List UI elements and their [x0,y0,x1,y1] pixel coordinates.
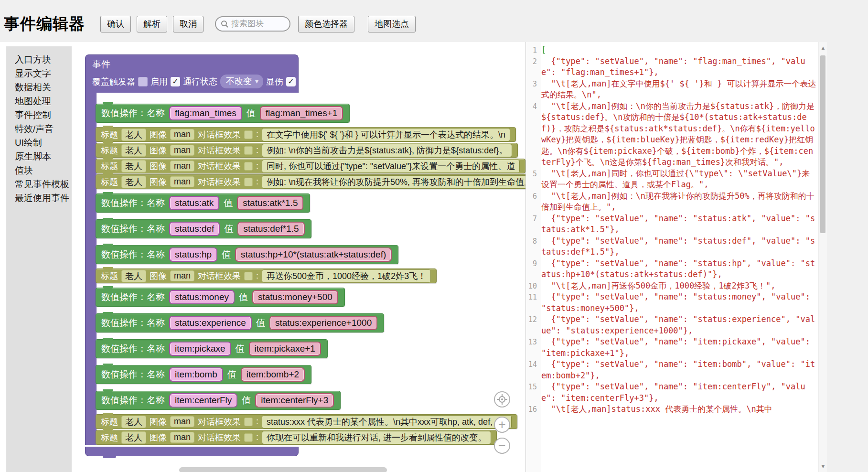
code-line[interactable]: 5 "\t[老人,man]同时，你也可以通过{\"type\": \"setVa… [526,168,818,191]
search-box[interactable] [215,16,290,32]
dialog-effect-checkbox[interactable] [244,272,253,280]
zoom-out-button[interactable]: − [494,438,510,454]
setvalue-block[interactable]: 数值操作：名称status:hp值status:hp+10*(status:at… [96,245,398,264]
text-field[interactable]: 例如: \n你的当前攻击力是${status:atk}, 防御力是${statu… [262,144,512,157]
override-trigger-checkbox[interactable] [138,77,148,86]
value-field[interactable]: status:hp+10*(status:atk+status:def) [235,247,392,262]
scrollbar-thumb[interactable] [820,55,825,233]
speaker-field[interactable]: 老人 [121,144,146,157]
name-field[interactable]: item:centerFly [169,393,237,408]
code-line[interactable]: 13 {"type": "setValue", "name": "item:pi… [526,336,818,359]
image-field[interactable]: man [170,432,194,443]
zoom-in-button[interactable]: + [494,417,510,433]
toolbox-category[interactable]: 事件控制 [15,108,72,122]
name-field[interactable]: status:atk [169,196,219,210]
blockly-workspace[interactable]: 入口方块显示文字数据相关地图处理事件控制特效/声音UI绘制原生脚本值块常见事件模… [0,42,525,472]
image-field[interactable]: man [170,145,194,156]
setvalue-block[interactable]: 数值操作：名称flag:man_times值flag:man_times+1 [96,104,350,123]
color-picker-button[interactable]: 颜色选择器 [298,16,354,32]
dialog-effect-checkbox[interactable] [244,130,253,139]
name-field[interactable]: flag:man_times [169,106,242,120]
toolbox-category[interactable]: 特效/声音 [15,122,72,136]
image-field[interactable]: man [170,416,194,427]
toolbox-category[interactable]: 显示文字 [15,66,72,80]
code-line[interactable]: 14 {"type": "setValue", "name": "item:bo… [526,359,818,381]
code-line[interactable]: 11 {"type": "setValue", "name": "status:… [526,291,818,314]
text-field[interactable]: 在文字中使用${' ${ '}和 } 可以计算并显示一个表达式的结果。\n [262,128,510,141]
map-pick-button[interactable]: 地图选点 [368,16,416,32]
value-field[interactable]: item:centerFly+3 [255,393,334,408]
cancel-button[interactable]: 取消 [173,16,204,32]
toolbox-category[interactable]: 地图处理 [15,94,72,108]
speaker-field[interactable]: 老人 [121,416,146,428]
text-block[interactable]: 标题老人图像man对话框效果:再送你500金币，1000经验，1破2炸3飞！ [96,268,437,283]
name-field[interactable]: status:def [169,222,220,236]
toolbox-category[interactable]: 入口方块 [15,53,72,66]
value-field[interactable]: status:experience+1000 [269,316,377,330]
code-line[interactable]: 16 "\t[老人,man]status:xxx 代表勇士的某个属性。\n其中 [526,404,818,415]
speaker-field[interactable]: 老人 [121,129,146,141]
value-field[interactable]: item:pickaxe+1 [249,342,321,356]
code-line[interactable]: 3 "\t[老人,man]在文字中使用${' ${ '}和 } 可以计算并显示一… [526,78,818,101]
dialog-effect-checkbox[interactable] [244,162,253,171]
speaker-field[interactable]: 老人 [121,270,146,282]
dialog-effect-checkbox[interactable] [244,418,253,426]
speaker-field[interactable]: 老人 [121,160,146,172]
parse-button[interactable]: 解析 [137,16,167,32]
text-block[interactable]: 标题老人图像man对话框效果:同时, 你也可以通过{"type": "setVa… [96,159,525,173]
name-field[interactable]: item:pickaxe [169,342,231,356]
name-field[interactable]: status:hp [169,247,217,262]
code-line[interactable]: 10 "\t[老人,man]再送你500金币，1000经验，1破2炸3飞！", [526,280,818,292]
workspace-horizontal-scrollbar[interactable] [179,467,387,472]
text-block[interactable]: 标题老人图像man对话框效果:例如: \n你的当前攻击力是${status:at… [96,143,518,158]
code-line[interactable]: 12 {"type": "setValue", "name": "status:… [526,314,818,336]
toolbox-category[interactable]: UI绘制 [15,136,72,150]
damage-checkbox[interactable] [286,77,296,86]
text-field[interactable]: 例如: \n现在我将让你的攻防提升50%, 再将攻防和的十倍加到生命值上。 [262,175,525,189]
scroll-up-arrow-icon[interactable]: ▲ [819,43,827,53]
event-block-header[interactable]: 事件 覆盖触发器 启用 通行状态 不改变 显伤 [85,54,299,93]
image-field[interactable]: man [170,270,194,281]
code-line[interactable]: 15 {"type": "setValue", "name": "item:ce… [526,381,818,404]
scroll-down-arrow-icon[interactable]: ▼ [819,461,827,471]
toolbox-category[interactable]: 数据相关 [15,80,72,94]
toolbox-category[interactable]: 值块 [15,163,72,177]
value-field[interactable]: status:money+500 [252,290,338,304]
setvalue-block[interactable]: 数值操作：名称item:pickaxe值item:pickaxe+1 [96,339,328,358]
setvalue-block[interactable]: 数值操作：名称status:def值status:def*1.5 [96,219,311,238]
dialog-effect-checkbox[interactable] [244,433,253,442]
text-field[interactable]: 再送你500金币，1000经验，1破2炸3飞！ [262,269,431,283]
code-line[interactable]: 9 {"type": "setValue", "name": "status:h… [526,258,818,280]
dialog-effect-checkbox[interactable] [244,146,253,155]
code-editor[interactable]: 1[2 {"type": "setValue", "name": "flag:m… [525,42,827,472]
text-block[interactable]: 标题老人图像man对话框效果:status:xxx 代表勇士的某个属性。\n其中… [96,414,517,429]
setvalue-block[interactable]: 数值操作：名称item:bomb值item:bomb+2 [96,365,311,384]
value-field[interactable]: status:def*1.5 [237,222,304,236]
text-block[interactable]: 标题老人图像man对话框效果:你现在可以重新和我进行对话, 进一步看到属性值的改… [96,430,497,445]
code-line[interactable]: 2 {"type": "setValue", "name": "flag:man… [526,56,818,78]
code-line[interactable]: 6 "\t[老人,man]例如：\n现在我将让你的攻防提升50%，再将攻防和的十… [526,191,818,213]
image-field[interactable]: man [170,129,194,140]
code-line[interactable]: 7 {"type": "setValue", "name": "status:a… [526,213,818,236]
value-field[interactable]: status:atk*1.5 [237,196,303,210]
image-field[interactable]: man [170,161,194,172]
recenter-button[interactable] [494,391,510,408]
text-field[interactable]: 你现在可以重新和我进行对话, 进一步看到属性值的改变。 [262,431,491,444]
name-field[interactable]: status:money [169,290,235,304]
image-field[interactable]: man [170,176,194,187]
text-block[interactable]: 标题老人图像man对话框效果:例如: \n现在我将让你的攻防提升50%, 再将攻… [96,174,525,189]
value-field[interactable]: flag:man_times+1 [260,106,343,120]
pass-state-dropdown[interactable]: 不改变 [220,75,263,88]
toolbox-category[interactable]: 原生脚本 [15,150,72,163]
text-field[interactable]: 同时, 你也可以通过{"type": "setValue"}来设置一个勇士的属性… [262,160,520,173]
code-line[interactable]: 4 "\t[老人,man]例如：\n你的当前攻击力是${status:atk}，… [526,101,818,168]
name-field[interactable]: status:experience [169,316,252,330]
confirm-button[interactable]: 确认 [100,16,131,32]
speaker-field[interactable]: 老人 [121,431,146,444]
event-block[interactable]: 事件 覆盖触发器 启用 通行状态 不改变 显伤 数值操作：名称flag:man_… [85,54,525,456]
text-field[interactable]: status:xxx 代表勇士的某个属性。\n其中xxx可取hp, atk, d… [262,415,512,429]
setvalue-block[interactable]: 数值操作：名称item:centerFly值item:centerFly+3 [96,391,341,410]
code-line[interactable]: 1[ [526,44,818,56]
toolbox-category[interactable]: 常见事件模板 [15,177,72,191]
enable-checkbox[interactable] [171,77,180,86]
